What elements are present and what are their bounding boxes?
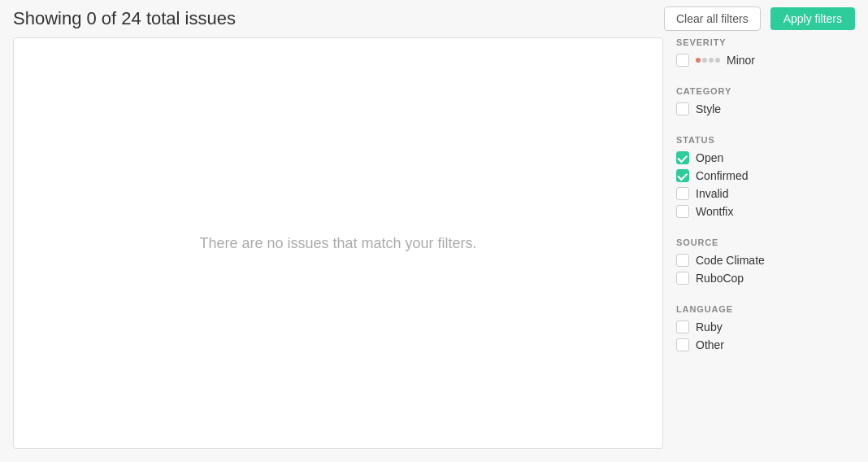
filter-item-style[interactable]: Style: [676, 102, 855, 116]
label-rubocop: RuboCop: [696, 272, 744, 285]
checkbox-style[interactable]: [676, 102, 689, 116]
filter-item-codeclimate[interactable]: Code Climate: [676, 254, 855, 267]
checkbox-other[interactable]: [676, 338, 689, 351]
label-confirmed: Confirmed: [696, 169, 749, 182]
empty-message: There are no issues that match your filt…: [199, 235, 476, 252]
filter-item-confirmed[interactable]: Confirmed: [676, 169, 855, 182]
severity-dot-3: [715, 58, 720, 63]
severity-dot-0: [696, 58, 701, 63]
checkbox-invalid[interactable]: [676, 187, 689, 200]
label-minor: Minor: [696, 54, 755, 67]
checkbox-open[interactable]: [676, 151, 689, 164]
showing-text: Showing 0 of 24 total issues: [13, 8, 236, 29]
filter-section-language: LANGUAGERubyOther: [676, 304, 855, 356]
label-style: Style: [696, 102, 721, 116]
filter-item-minor[interactable]: Minor: [676, 54, 855, 67]
sidebar: SEVERITYMinorCATEGORYStyleSTATUSOpenConf…: [676, 37, 855, 449]
label-codeclimate: Code Climate: [696, 254, 765, 267]
page-wrapper: Showing 0 of 24 total issues Clear all f…: [0, 0, 868, 462]
label-text-rubocop: RuboCop: [696, 272, 744, 285]
checkbox-confirmed[interactable]: [676, 169, 689, 182]
label-text-minor: Minor: [727, 54, 755, 67]
label-text-confirmed: Confirmed: [696, 169, 749, 182]
checkbox-minor[interactable]: [676, 54, 689, 67]
severity-dot-1: [702, 58, 707, 63]
filter-item-invalid[interactable]: Invalid: [676, 187, 855, 200]
clear-all-filters-button[interactable]: Clear all filters: [664, 7, 761, 31]
label-text-invalid: Invalid: [696, 187, 728, 200]
top-bar-actions: Clear all filters Apply filters: [664, 7, 855, 31]
label-text-style: Style: [696, 102, 721, 116]
filter-section-source: SOURCECode ClimateRuboCop: [676, 238, 855, 290]
filter-section-category: CATEGORYStyle: [676, 86, 855, 120]
label-text-codeclimate: Code Climate: [696, 254, 765, 267]
label-open: Open: [696, 151, 723, 164]
main-panel: There are no issues that match your filt…: [13, 37, 663, 449]
label-text-wontfix: Wontfix: [696, 205, 733, 218]
severity-dots-icon: [696, 58, 720, 63]
filter-item-open[interactable]: Open: [676, 151, 855, 164]
top-bar: Showing 0 of 24 total issues Clear all f…: [0, 0, 868, 37]
label-ruby: Ruby: [696, 320, 723, 333]
label-text-other: Other: [696, 338, 724, 351]
checkbox-ruby[interactable]: [676, 320, 689, 333]
filter-item-other[interactable]: Other: [676, 338, 855, 351]
label-invalid: Invalid: [696, 187, 728, 200]
filter-item-wontfix[interactable]: Wontfix: [676, 205, 855, 218]
checkbox-rubocop[interactable]: [676, 272, 689, 285]
apply-filters-button[interactable]: Apply filters: [770, 7, 855, 30]
filter-section-title-severity: SEVERITY: [676, 37, 855, 47]
filter-item-ruby[interactable]: Ruby: [676, 320, 855, 333]
filter-section-status: STATUSOpenConfirmedInvalidWontfix: [676, 135, 855, 223]
filter-item-rubocop[interactable]: RuboCop: [676, 272, 855, 285]
label-other: Other: [696, 338, 724, 351]
label-text-ruby: Ruby: [696, 320, 723, 333]
label-wontfix: Wontfix: [696, 205, 733, 218]
label-text-open: Open: [696, 151, 723, 164]
severity-dot-2: [709, 58, 714, 63]
checkbox-codeclimate[interactable]: [676, 254, 689, 267]
filter-section-title-category: CATEGORY: [676, 86, 855, 96]
content-area: There are no issues that match your filt…: [0, 37, 868, 462]
filter-section-severity: SEVERITYMinor: [676, 37, 855, 72]
checkbox-wontfix[interactable]: [676, 205, 689, 218]
filter-section-title-source: SOURCE: [676, 238, 855, 247]
filter-section-title-status: STATUS: [676, 135, 855, 145]
filter-section-title-language: LANGUAGE: [676, 304, 855, 314]
